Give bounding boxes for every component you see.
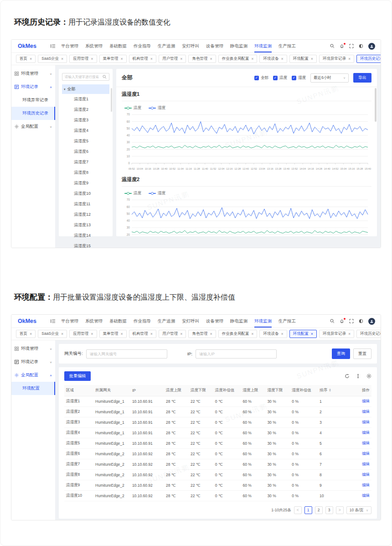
sidebar-subitem-环境配置[interactable]: 环境配置 [11, 382, 55, 395]
tab-close-icon[interactable]: × [91, 57, 93, 61]
menu-item-静电监测[interactable]: 静电监测 [230, 315, 248, 328]
notification-icon[interactable] [340, 44, 344, 48]
sidebar-item-环境记录[interactable]: 环境记录∧ [11, 80, 55, 94]
checkbox-湿度[interactable]: ✓湿度 [292, 75, 306, 81]
menu-item-生产报工[interactable]: 生产报工 [279, 315, 296, 328]
page-button-1[interactable]: 1 [304, 506, 312, 514]
edit-link[interactable]: 编辑 [362, 462, 370, 466]
notification-icon[interactable] [340, 319, 344, 323]
menu-item-系统管理[interactable]: 系统管理 [85, 40, 103, 52]
settings-icon[interactable] [366, 374, 371, 379]
menu-item-环境监测[interactable]: 环境监测 [254, 40, 272, 52]
tab-close-icon[interactable]: × [281, 57, 283, 61]
menu-item-安灯呼叫[interactable]: 安灯呼叫 [182, 40, 199, 52]
next-page-button[interactable]: > [336, 506, 344, 514]
edit-link[interactable]: 编辑 [362, 451, 370, 456]
legend-item-温度[interactable]: 温度 [124, 191, 141, 196]
sidebar-subitem-环境异常记录[interactable]: 环境异常记录 [11, 94, 55, 107]
tab-机构管理[interactable]: 机构管理× [129, 330, 156, 338]
page-size-select[interactable]: 10 条/页∨ [346, 506, 371, 514]
edit-link[interactable]: 编辑 [362, 399, 370, 403]
tab-应用管理[interactable]: 应用管理× [69, 55, 97, 63]
edit-link[interactable]: 编辑 [362, 441, 370, 445]
tab-close-icon[interactable]: × [121, 57, 123, 61]
tree-root-node[interactable]: ▾全部 [62, 84, 109, 94]
tab-close-icon[interactable]: × [348, 57, 351, 61]
tab-close-icon[interactable]: × [30, 57, 32, 61]
tree-item-温湿度9[interactable]: 温湿度9 [62, 178, 109, 188]
page-button-3[interactable]: 3 [325, 506, 333, 514]
edit-link[interactable]: 编辑 [362, 483, 370, 487]
fullscreen-icon[interactable] [349, 44, 354, 48]
tab-close-icon[interactable]: × [251, 332, 253, 336]
theme-icon[interactable] [359, 44, 363, 48]
menu-item-生产追溯[interactable]: 生产追溯 [158, 315, 175, 328]
checkbox-全部[interactable]: ✓全部 [254, 75, 268, 81]
tree-item-温湿度2[interactable]: 温湿度2 [62, 104, 109, 115]
reset-button[interactable]: 重置 [353, 348, 371, 359]
tab-close-icon[interactable]: × [348, 332, 351, 336]
tab-close-icon[interactable]: × [150, 57, 153, 61]
tab-应用管理[interactable]: 应用管理× [69, 330, 97, 338]
tree-item-温湿度11[interactable]: 温湿度11 [62, 199, 109, 209]
edit-link[interactable]: 编辑 [362, 409, 370, 414]
tab-菜单管理[interactable]: 菜单管理× [99, 330, 127, 338]
tab-close-icon[interactable]: × [311, 332, 313, 336]
tab-close-icon[interactable]: × [91, 332, 93, 336]
tab-close-icon[interactable]: × [210, 332, 212, 336]
menu-item-平台管理[interactable]: 平台管理 [61, 40, 78, 52]
gateway-input[interactable] [86, 349, 167, 359]
column-height-icon[interactable] [356, 374, 361, 379]
export-button[interactable]: 导出 [353, 73, 371, 83]
tab-close-icon[interactable]: × [61, 332, 63, 336]
tab-close-icon[interactable]: × [311, 57, 313, 61]
tab-环境配置[interactable]: 环境配置× [289, 330, 317, 338]
tree-item-温湿度3[interactable]: 温湿度3 [62, 115, 109, 125]
tree-item-温湿度12[interactable]: 温湿度12 [62, 209, 109, 220]
edit-link[interactable]: 编辑 [362, 430, 370, 435]
sort-carets-icon[interactable]: ▲▼ [329, 389, 331, 392]
tab-close-icon[interactable]: × [281, 332, 283, 336]
tab-菜单管理[interactable]: 菜单管理× [99, 55, 127, 63]
tree-item-温湿度7[interactable]: 温湿度7 [62, 157, 109, 167]
page-button-2[interactable]: 2 [315, 506, 323, 514]
tab-close-icon[interactable]: × [210, 57, 212, 61]
tab-SaaS企业[interactable]: SaaS企业× [38, 330, 67, 338]
tree-item-温湿度6[interactable]: 温湿度6 [62, 146, 109, 157]
tab-环境异常记录[interactable]: 环境异常记录× [319, 55, 354, 63]
prev-page-button[interactable]: < [294, 506, 302, 514]
time-range-select[interactable]: 最近6小时∨ [310, 73, 349, 83]
menu-item-设备管理[interactable]: 设备管理 [206, 40, 223, 52]
menu-item-安灯呼叫[interactable]: 安灯呼叫 [182, 315, 199, 328]
tab-close-icon[interactable]: × [121, 332, 123, 336]
tree-item-温湿度13[interactable]: 温湿度13 [62, 220, 109, 230]
sidebar-item-全局配置[interactable]: 全局配置∧ [11, 369, 55, 382]
tab-首页[interactable]: 首页× [16, 330, 36, 338]
menu-item-平台管理[interactable]: 平台管理 [61, 315, 78, 328]
tab-环境配置[interactable]: 环境配置× [289, 55, 317, 63]
sidebar-item-环境管理[interactable]: 环境管理∨ [11, 67, 55, 80]
fullscreen-icon[interactable] [349, 319, 354, 323]
menu-item-生产报工[interactable]: 生产报工 [279, 40, 296, 52]
menu-item-生产追溯[interactable]: 生产追溯 [158, 40, 175, 52]
tab-用户管理[interactable]: 用户管理× [159, 330, 186, 338]
search-icon[interactable] [330, 319, 335, 323]
legend-item-湿度[interactable]: 湿度 [149, 105, 165, 111]
search-button[interactable]: 查询 [332, 348, 350, 359]
tab-角色管理[interactable]: 角色管理× [188, 55, 216, 63]
tab-SaaS企业[interactable]: SaaS企业× [38, 55, 67, 63]
tab-close-icon[interactable]: × [61, 57, 63, 61]
menu-collapse-icon[interactable] [51, 44, 56, 48]
ip-input[interactable] [196, 349, 277, 359]
tree-item-温湿度14[interactable]: 温湿度14 [62, 230, 109, 241]
tab-close-icon[interactable]: × [180, 332, 182, 336]
menu-item-作业指导[interactable]: 作业指导 [134, 315, 151, 328]
column-header-排序[interactable]: 排序▲▼ [318, 385, 353, 396]
menu-item-基础数据[interactable]: 基础数据 [109, 40, 127, 52]
tab-环境设备[interactable]: 环境设备× [259, 55, 287, 63]
checkbox-温度[interactable]: ✓温度 [273, 75, 287, 81]
tab-环境异常记录[interactable]: 环境异常记录× [319, 330, 354, 338]
edit-link[interactable]: 编辑 [362, 420, 370, 424]
menu-item-静电监测[interactable]: 静电监测 [230, 40, 248, 52]
search-icon[interactable] [103, 75, 107, 79]
